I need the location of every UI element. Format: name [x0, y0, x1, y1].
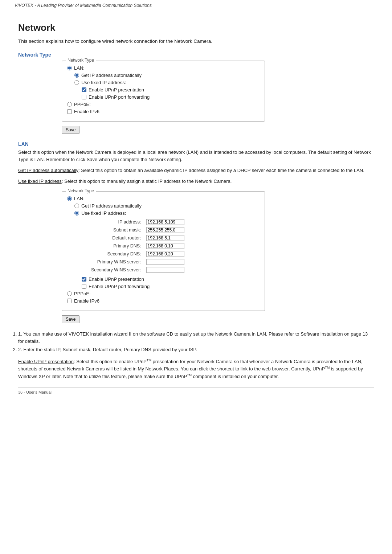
lan-section: LAN Select this option when the Network …	[18, 141, 374, 185]
get-ip-row: Get IP address automatically	[74, 73, 258, 78]
network-type-heading: Network Type	[18, 52, 374, 58]
lan-paragraph1: Select this option when the Network Came…	[18, 149, 374, 163]
tm-sup-3: TM	[187, 373, 192, 377]
enable-upnp-port-row-2: Enable UPnP port forwarding	[82, 284, 258, 289]
main-content: Network This section explains how to con…	[0, 11, 392, 409]
enable-ipv6-label: Enable IPv6	[74, 109, 99, 114]
pppoe-radio-2[interactable]	[67, 291, 72, 296]
default-router-row: Default router:	[90, 234, 186, 242]
get-ip-radio[interactable]	[74, 73, 79, 78]
pppoe-label-2: PPPoE:	[74, 291, 91, 296]
pppoe-row: PPPoE:	[67, 102, 258, 107]
secondary-dns-label: Secondary DNS:	[90, 250, 144, 258]
enable-ipv6-label-2: Enable IPv6	[74, 298, 99, 304]
lan-radio[interactable]	[67, 66, 72, 70]
lan-label-2: LAN:	[74, 196, 85, 201]
enable-ipv6-checkbox[interactable]	[67, 109, 72, 114]
primary-dns-input[interactable]	[146, 243, 184, 249]
use-fixed-link: Use fixed IP address	[18, 178, 62, 184]
enable-upnp-row-2: Enable UPnP presentation	[82, 276, 258, 282]
use-fixed-label-2: Use fixed IP address:	[81, 210, 126, 216]
secondary-dns-input[interactable]	[146, 251, 184, 257]
note-2: 2. Enter the static IP, Subnet mask, Def…	[18, 346, 374, 354]
primary-wins-input[interactable]	[146, 259, 184, 265]
default-router-label: Default router:	[90, 234, 144, 242]
pppoe-label: PPPoE:	[74, 102, 91, 107]
primary-dns-row: Primary DNS:	[90, 242, 186, 250]
get-ip-desc-paragraph: Get IP address automatically: Select thi…	[18, 167, 374, 174]
ip-address-input[interactable]	[146, 219, 184, 225]
use-fixed-row: Use fixed IP address:	[74, 80, 258, 85]
lan-radio-row-2: LAN:	[67, 196, 258, 201]
use-fixed-label: Use fixed IP address:	[81, 80, 126, 85]
default-router-input[interactable]	[146, 235, 184, 241]
pppoe-row-2: PPPoE:	[67, 291, 258, 296]
page-title: Network	[18, 22, 374, 33]
enable-ipv6-row-2: Enable IPv6	[67, 298, 258, 304]
company-name: VIVOTEK - A Leading Provider of Multimed…	[15, 3, 152, 8]
enable-upnp-checkbox-2[interactable]	[82, 277, 86, 282]
get-ip-label-2: Get IP address automatically	[81, 203, 142, 209]
pppoe-radio[interactable]	[67, 102, 72, 107]
save-button-2[interactable]: Save	[62, 315, 79, 323]
enable-ipv6-checkbox-2[interactable]	[67, 299, 72, 303]
enable-upnp-label: Enable UPnP presentation	[89, 87, 144, 93]
enable-upnp-label-2: Enable UPnP presentation	[89, 276, 144, 282]
enable-upnp-row: Enable UPnP presentation	[82, 87, 258, 93]
enable-upnp-port-row: Enable UPnP port forwarding	[82, 94, 258, 100]
enable-upnp-port-label-2: Enable UPnP port forwarding	[89, 284, 150, 289]
enable-upnp-port-checkbox-2[interactable]	[82, 284, 86, 289]
upnp-link: Enable UPnP presentation	[18, 359, 74, 364]
upnp-desc-1: : Select this option to enable UPnP	[74, 359, 147, 364]
get-ip-desc: : Select this option to obtain an availa…	[78, 168, 364, 173]
intro-text: This section explains how to configure w…	[18, 38, 374, 44]
upnp-paragraph: Enable UPnP presentation: Select this op…	[18, 358, 374, 380]
get-ip-link: Get IP address automatically	[18, 168, 78, 173]
secondary-wins-input[interactable]	[146, 267, 184, 273]
enable-upnp-checkbox[interactable]	[82, 87, 86, 92]
enable-upnp-port-checkbox[interactable]	[82, 95, 86, 99]
lan-label: LAN:	[74, 65, 85, 71]
save-button-1[interactable]: Save	[62, 126, 79, 134]
enable-ipv6-row: Enable IPv6	[67, 109, 258, 114]
primary-wins-label: Primary WINS server:	[90, 258, 144, 266]
primary-wins-row: Primary WINS server:	[90, 258, 186, 266]
get-ip-row-2: Get IP address automatically	[74, 203, 258, 209]
box-title-1: Network Type	[66, 58, 96, 63]
network-type-box-2: Network Type LAN: Get IP address automat…	[62, 191, 265, 311]
lan-radio-2[interactable]	[67, 196, 72, 201]
note-1: 1. You can make use of VIVOTEK installat…	[18, 331, 374, 346]
use-fixed-radio-2[interactable]	[74, 211, 79, 216]
use-fixed-desc-paragraph: Use fixed IP address: Select this option…	[18, 178, 374, 185]
tm-sup-2: TM	[325, 366, 330, 369]
use-fixed-radio[interactable]	[74, 80, 79, 85]
footer-text: 36 - User's Manual	[18, 387, 374, 394]
ip-address-row: IP address:	[90, 218, 186, 226]
get-ip-radio-2[interactable]	[74, 204, 79, 208]
ip-table: IP address: Subnet mask: Default router:…	[89, 218, 187, 274]
upnp-desc-4: component is installed on your computer.	[192, 374, 279, 379]
box-title-2: Network Type	[66, 188, 96, 193]
tm-sup-1: TM	[147, 358, 151, 362]
lan-heading: LAN	[18, 141, 374, 147]
primary-dns-label: Primary DNS:	[90, 242, 144, 250]
subnet-mask-input[interactable]	[146, 227, 184, 233]
header-bar: VIVOTEK - A Leading Provider of Multimed…	[0, 0, 392, 11]
use-fixed-desc: : Select this option to manually assign …	[62, 178, 232, 184]
subnet-mask-label: Subnet mask:	[90, 226, 144, 234]
enable-upnp-port-label: Enable UPnP port forwarding	[89, 94, 150, 100]
secondary-dns-row: Secondary DNS:	[90, 250, 186, 258]
get-ip-label: Get IP address automatically	[81, 73, 142, 78]
subnet-mask-row: Subnet mask:	[90, 226, 186, 234]
lan-radio-row: LAN:	[67, 65, 258, 71]
secondary-wins-row: Secondary WINS server:	[90, 266, 186, 274]
network-type-box-1: Network Type LAN: Get IP address automat…	[62, 61, 265, 122]
notes-list: 1. You can make use of VIVOTEK installat…	[18, 331, 374, 354]
use-fixed-row-2: Use fixed IP address:	[74, 210, 258, 216]
ip-address-label: IP address:	[90, 218, 144, 226]
secondary-wins-label: Secondary WINS server:	[90, 266, 144, 274]
